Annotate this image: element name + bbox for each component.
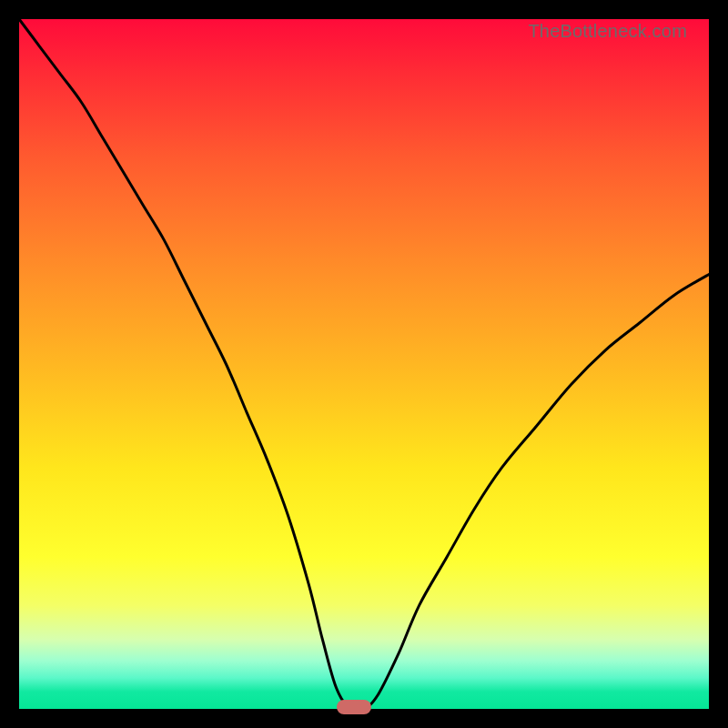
bottleneck-curve (19, 19, 709, 709)
plot-area: TheBottleneck.com (19, 19, 709, 709)
curve-path (19, 19, 709, 711)
chart-frame: TheBottleneck.com (0, 0, 728, 728)
optimal-marker (337, 700, 371, 714)
